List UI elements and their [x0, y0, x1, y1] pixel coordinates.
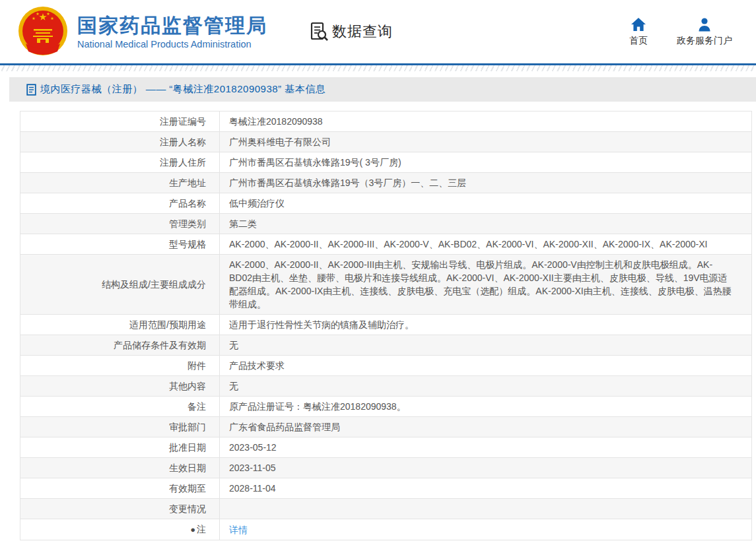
home-icon: [631, 17, 646, 32]
nav-portal[interactable]: 政务服务门户: [677, 17, 732, 47]
row-value: 广州市番禺区石基镇永锋路19号（3号厂房）一、二、三层: [220, 173, 752, 193]
row-label: 变更情况: [20, 499, 220, 519]
hatch-stripe-band: [0, 65, 756, 71]
user-icon: [697, 17, 712, 32]
table-row: ●注详情: [20, 519, 752, 540]
table-row: 备注原产品注册证号：粤械注准20182090938。: [20, 397, 752, 417]
row-value: 广州市番禺区石基镇永锋路19号( 3号厂房): [220, 152, 752, 173]
row-value: 原产品注册证号：粤械注准20182090938。: [220, 397, 752, 417]
row-label: 审批部门: [20, 417, 220, 437]
table-row: 产品储存条件及有效期无: [20, 335, 752, 356]
national-emblem-logo: [17, 5, 69, 58]
row-value: AK-2000、AK-2000-II、AK-2000-III、AK-2000-V…: [220, 234, 752, 255]
row-value: 2023-11-05: [220, 458, 752, 478]
data-query-label: 数据查询: [332, 22, 393, 42]
row-label: 管理类别: [20, 214, 220, 234]
row-value: 低中频治疗仪: [220, 193, 752, 214]
row-label: ●注: [20, 519, 220, 540]
page-title: 境内医疗器械（注册） —— “粤械注准20182090938” 基本信息: [40, 83, 326, 96]
row-label: 生效日期: [20, 458, 220, 478]
nav-portal-label: 政务服务门户: [677, 35, 732, 47]
row-label: 注册人住所: [20, 152, 220, 173]
org-names: 国家药品监督管理局 National Medical Products Admi…: [77, 14, 267, 49]
org-name-en: National Medical Products Administration: [77, 39, 267, 49]
row-label: 有效期至: [20, 478, 220, 499]
row-label: 其他内容: [20, 376, 220, 397]
row-value: 无: [220, 376, 752, 397]
row-label: 注册证编号: [20, 112, 220, 132]
table-row: 适用范围/预期用途适用于退行性骨性关节病的镇痛及辅助治疗。: [20, 315, 752, 335]
table-row: 注册人名称广州奥科维电子有限公司: [20, 132, 752, 152]
row-value: 产品技术要求: [220, 356, 752, 376]
row-value: [220, 499, 752, 519]
table-row: 生产地址广州市番禺区石基镇永锋路19号（3号厂房）一、二、三层: [20, 173, 752, 193]
row-value: AK-2000、AK-2000-II、AK-2000-III由主机、安规输出导线…: [220, 255, 752, 315]
row-value: 广州奥科维电子有限公司: [220, 132, 752, 152]
document-icon: [26, 84, 37, 96]
table-row: 管理类别第二类: [20, 214, 752, 234]
table-row: 产品名称低中频治疗仪: [20, 193, 752, 214]
row-value: 2023-05-12: [220, 437, 752, 458]
table-row: 附件产品技术要求: [20, 356, 752, 376]
row-value: 适用于退行性骨性关节病的镇痛及辅助治疗。: [220, 315, 752, 335]
data-query-nav[interactable]: 数据查询: [308, 21, 393, 42]
nav-home[interactable]: 首页: [629, 17, 648, 47]
row-value: 第二类: [220, 214, 752, 234]
page-title-bar: 境内医疗器械（注册） —— “粤械注准20182090938” 基本信息: [9, 77, 756, 102]
logo-group: 国家药品监督管理局 National Medical Products Admi…: [17, 5, 267, 58]
row-label: 附件: [20, 356, 220, 376]
row-label: 适用范围/预期用途: [20, 315, 220, 335]
header-right-nav: 首页 政务服务门户: [629, 17, 741, 47]
table-row: 注册证编号粤械注准20182090938: [20, 112, 752, 132]
row-label: 产品储存条件及有效期: [20, 335, 220, 356]
table-row: 注册人住所广州市番禺区石基镇永锋路19号( 3号厂房): [20, 152, 752, 173]
row-label: 生产地址: [20, 173, 220, 193]
table-row: 批准日期2023-05-12: [20, 437, 752, 458]
info-table: 注册证编号粤械注准20182090938注册人名称广州奥科维电子有限公司注册人住…: [20, 111, 752, 540]
row-value: 详情: [220, 519, 752, 540]
site-header: 国家药品监督管理局 National Medical Products Admi…: [0, 0, 756, 63]
row-label: 注册人名称: [20, 132, 220, 152]
row-value: 粤械注准20182090938: [220, 112, 752, 132]
row-label: 产品名称: [20, 193, 220, 214]
table-row: 生效日期2023-11-05: [20, 458, 752, 478]
table-row: 变更情况: [20, 499, 752, 519]
document-search-icon: [308, 21, 329, 42]
row-value: 广东省食品药品监督管理局: [220, 417, 752, 437]
table-row: 结构及组成/主要组成成分AK-2000、AK-2000-II、AK-2000-I…: [20, 255, 752, 315]
row-value: 2028-11-04: [220, 478, 752, 499]
nav-home-label: 首页: [629, 35, 648, 47]
row-label: 批准日期: [20, 437, 220, 458]
table-row: 有效期至2028-11-04: [20, 478, 752, 499]
table-row: 型号规格AK-2000、AK-2000-II、AK-2000-III、AK-20…: [20, 234, 752, 255]
info-table-body: 注册证编号粤械注准20182090938注册人名称广州奥科维电子有限公司注册人住…: [20, 112, 752, 540]
row-label: 型号规格: [20, 234, 220, 255]
note-balloon-icon: ●: [190, 525, 195, 534]
main-content: 境内医疗器械（注册） —— “粤械注准20182090938” 基本信息 注册证…: [0, 77, 756, 540]
table-row: 其他内容无: [20, 376, 752, 397]
table-row: 审批部门广东省食品药品监督管理局: [20, 417, 752, 437]
row-label: 备注: [20, 397, 220, 417]
org-name-cn: 国家药品监督管理局: [77, 14, 267, 38]
row-label: 结构及组成/主要组成成分: [20, 255, 220, 315]
detail-link[interactable]: 详情: [229, 525, 248, 535]
row-value: 无: [220, 335, 752, 356]
